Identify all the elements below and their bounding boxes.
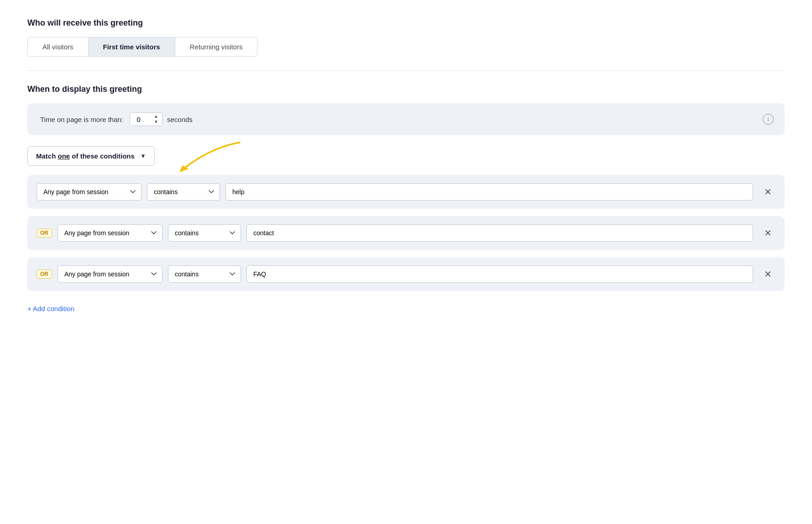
- when-display-title: When to display this greeting: [27, 85, 785, 94]
- who-receives-section: Who will receive this greeting All visit…: [27, 18, 785, 57]
- when-display-section: When to display this greeting Time on pa…: [27, 85, 785, 315]
- tab-first-time[interactable]: First time visitors: [89, 37, 175, 56]
- visitor-tabs: All visitors First time visitors Returni…: [27, 37, 257, 57]
- condition-3-operator-select[interactable]: contains does not contain equals starts …: [168, 265, 241, 283]
- section-divider: [27, 70, 785, 71]
- conditions-list: Any page from session Current page Landi…: [27, 175, 785, 291]
- condition-1-remove-button[interactable]: ✕: [760, 185, 775, 199]
- spinner-buttons: ▲ ▼: [153, 114, 159, 125]
- condition-3-remove-button[interactable]: ✕: [760, 267, 775, 281]
- condition-1-page-select[interactable]: Any page from session Current page Landi…: [37, 183, 141, 201]
- tab-all-visitors[interactable]: All visitors: [28, 37, 89, 56]
- condition-2-value-input[interactable]: [246, 224, 753, 242]
- condition-3-value-input[interactable]: [246, 265, 753, 283]
- time-on-page-box: Time on page is more than: ▲ ▼ seconds i: [27, 103, 785, 135]
- seconds-unit-label: seconds: [167, 116, 193, 123]
- match-dropdown-row: Match one of these conditions ▼: [27, 146, 785, 166]
- condition-2-page-select[interactable]: Any page from session Current page Landi…: [58, 224, 162, 242]
- info-icon[interactable]: i: [763, 114, 774, 125]
- annotation-arrow: [157, 138, 249, 176]
- spinner-up[interactable]: ▲: [153, 114, 159, 119]
- time-on-page-label: Time on page is more than:: [40, 116, 123, 123]
- match-dropdown-arrow-icon: ▼: [140, 153, 146, 159]
- seconds-input-wrap: ▲ ▼: [130, 112, 162, 126]
- condition-3-page-select[interactable]: Any page from session Current page Landi…: [58, 265, 162, 283]
- condition-2-operator-select[interactable]: contains does not contain equals starts …: [168, 224, 241, 242]
- condition-1-value-input[interactable]: [225, 183, 753, 201]
- tab-returning[interactable]: Returning visitors: [175, 37, 257, 56]
- match-one-underline: one: [58, 152, 70, 160]
- condition-row-2: OR Any page from session Current page La…: [27, 216, 785, 250]
- condition-2-or-badge: OR: [37, 228, 52, 238]
- condition-2-remove-button[interactable]: ✕: [760, 226, 775, 240]
- seconds-input[interactable]: [133, 116, 151, 123]
- who-receives-title: Who will receive this greeting: [27, 18, 785, 28]
- condition-1-operator-select[interactable]: contains does not contain equals starts …: [147, 183, 220, 201]
- condition-row-3: OR Any page from session Current page La…: [27, 257, 785, 291]
- condition-row-1: Any page from session Current page Landi…: [27, 175, 785, 209]
- spinner-down[interactable]: ▼: [153, 119, 159, 125]
- match-dropdown-label: Match one of these conditions: [36, 152, 135, 160]
- add-condition-button[interactable]: + Add condition: [27, 302, 74, 315]
- condition-3-or-badge: OR: [37, 270, 52, 279]
- match-dropdown[interactable]: Match one of these conditions ▼: [27, 146, 155, 166]
